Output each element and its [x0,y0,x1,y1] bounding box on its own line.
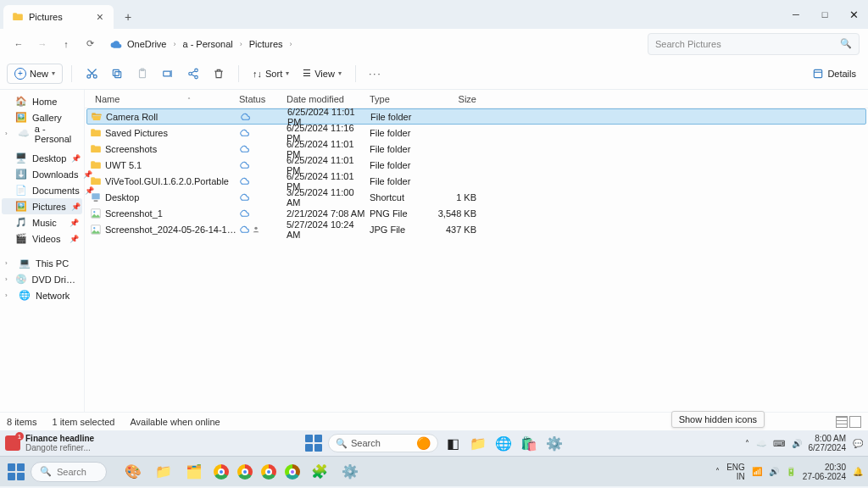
file-row[interactable]: ViVeTool.GUI.1.6.2.0.Portable6/25/2024 1… [85,173,868,189]
start-button-outer[interactable] [5,461,27,483]
sort-button[interactable]: ↑↓ Sort ▾ [248,65,294,82]
news-widget[interactable]: Finance headline Dangote refiner... [5,434,94,452]
maximize-button[interactable]: □ [810,0,839,29]
file-row[interactable]: Saved Pictures6/25/2024 11:16 PMFile fol… [85,125,868,141]
notification-tray-icon[interactable]: 💬 [853,439,863,448]
sidebar-item-videos[interactable]: 🎬Videos📌 [0,230,84,247]
paste-button[interactable] [131,63,153,85]
pin-icon: 📌 [71,202,81,211]
host-search[interactable]: 🔍Search [31,462,107,482]
svg-point-7 [195,69,198,72]
sidebar-item-dvd[interactable]: ›💿DVD Drive (D:) CCC [0,271,84,287]
explorer-icon[interactable]: 📁 [153,461,175,483]
file-status [240,111,287,122]
search-icon: 🔍 [840,38,852,49]
sidebar-item-pictures[interactable]: 🖼️Pictures📌 [2,198,82,214]
pin-icon: 📌 [70,235,79,243]
view-details-toggle[interactable] [836,416,848,428]
view-button[interactable]: ☰ View ▾ [298,64,347,82]
cut-button[interactable] [81,63,103,85]
svg-point-16 [93,227,95,229]
copilot-icon[interactable]: 🎨 [122,461,144,483]
file-row[interactable]: Desktop3/25/2024 11:00 AMShortcut1 KB [85,189,868,205]
svg-rect-3 [113,69,119,75]
chrome-icon[interactable] [214,464,229,480]
wifi-tray-icon[interactable]: 📶 [752,467,762,476]
battery-tray-icon[interactable]: 🔋 [786,467,796,476]
taskbar-search[interactable]: 🔍Search🟠 [328,434,438,452]
file-date: 3/25/2024 11:00 AM [287,187,370,208]
share-button[interactable] [182,63,204,85]
file-row[interactable]: Screenshot_12/21/2024 7:08 AMPNG File3,5… [85,205,868,221]
file-row[interactable]: Screenshot_2024-05-26-14-15-47-963_com.m… [85,221,868,237]
search-input[interactable]: Search Pictures 🔍 [648,33,860,55]
chrome-icon-3[interactable] [261,464,276,480]
col-status[interactable]: Status [239,94,287,104]
rename-button[interactable] [157,63,179,85]
sidebar-item-thispc[interactable]: ›💻This PC [0,255,84,271]
file-row[interactable]: UWT 5.16/25/2024 11:01 PMFile folder [85,157,868,173]
file-row[interactable]: Screenshots6/25/2024 11:01 PMFile folder [85,141,868,157]
file-name: Screenshot_2024-05-26-14-15-47-963_com.m… [105,225,239,235]
view-icons-toggle[interactable] [849,416,861,428]
more-button[interactable]: ··· [364,63,387,85]
tab-close-icon[interactable]: × [93,10,107,24]
svg-point-8 [189,72,192,75]
chrome-icon-2[interactable] [237,464,253,480]
refresh-button[interactable]: ⟳ [78,32,102,56]
sidebar-item-network[interactable]: ›🌐Network [0,287,84,303]
col-name[interactable]: Name˄ [90,94,239,104]
copy-button[interactable] [106,63,128,85]
breadcrumb[interactable]: OneDrive › a - Personal › Pictures › [102,36,648,53]
clock-outer[interactable]: 20:3027-06-2024 [803,463,846,481]
settings-icon[interactable]: ⚙️ [339,461,361,483]
new-tab-button[interactable]: + [117,6,139,28]
forward-button[interactable]: → [31,32,54,56]
sidebar-item-desktop[interactable]: 🖥️Desktop📌 [0,150,84,166]
close-button[interactable]: ✕ [839,0,868,29]
col-size[interactable]: Size [437,94,481,104]
details-button[interactable]: Details [807,64,861,83]
sidebar-item-personal[interactable]: ›☁️a - Personal [0,125,84,141]
sidebar-item-documents[interactable]: 📄Documents📌 [0,182,84,198]
delete-button[interactable] [208,63,230,85]
sidebar-item-home[interactable]: 🏠Home [0,93,84,109]
file-name: Screenshots [105,144,239,154]
edge-taskbar-icon[interactable]: 🌐 [492,432,515,454]
explorer-taskbar-icon[interactable]: 📁 [467,432,489,454]
chrome-dev-icon[interactable] [285,464,300,480]
bc-personal[interactable]: a - Personal [179,36,236,53]
column-headers[interactable]: Name˄ Status Date modified Type Size [85,90,868,108]
notification-tray-icon[interactable]: 🔔 [853,467,863,476]
files-icon[interactable]: 🗂️ [183,461,205,483]
up-button[interactable]: ↑ [54,32,78,56]
volume-tray-icon[interactable]: 🔊 [769,467,779,476]
store-taskbar-icon[interactable]: 🛍️ [518,432,540,454]
lang-indicator[interactable]: ENGIN [726,463,745,481]
document-icon: 📄 [15,185,27,197]
clock[interactable]: 8:00 AM6/27/2024 [809,434,847,452]
bc-pictures[interactable]: Pictures [246,36,287,53]
tray-chevron-icon[interactable]: ˄ [745,439,749,448]
settings-taskbar-icon[interactable]: ⚙️ [543,432,565,454]
back-button[interactable]: ← [7,32,31,56]
sidebar-item-music[interactable]: 🎵Music📌 [0,214,84,230]
col-type[interactable]: Type [370,94,437,104]
tooltip: Show hidden icons [671,411,765,428]
taskview-button[interactable]: ◧ [442,432,464,454]
col-date[interactable]: Date modified [287,94,370,104]
tray-chevron-icon[interactable]: ˄ [715,467,720,476]
svg-rect-12 [94,200,98,201]
address-bar: ← → ↑ ⟳ OneDrive › a - Personal › Pictur… [0,29,868,58]
bc-onedrive[interactable]: OneDrive [124,36,170,53]
sidebar-item-downloads[interactable]: ⬇️Downloads📌 [0,166,84,182]
tab-pictures[interactable]: Pictures × [3,5,114,29]
volume-tray-icon[interactable]: 🔊 [792,439,802,448]
start-button[interactable] [303,432,325,454]
minimize-button[interactable]: ─ [782,0,810,29]
file-row[interactable]: Camera Roll6/25/2024 11:01 PMFile folder [86,108,866,125]
new-button[interactable]: + New ▾ [7,64,63,84]
onedrive-tray-icon[interactable]: ☁️ [756,439,766,448]
app-icon[interactable]: 🧩 [309,461,331,483]
input-tray-icon[interactable]: ⌨ [773,439,785,448]
